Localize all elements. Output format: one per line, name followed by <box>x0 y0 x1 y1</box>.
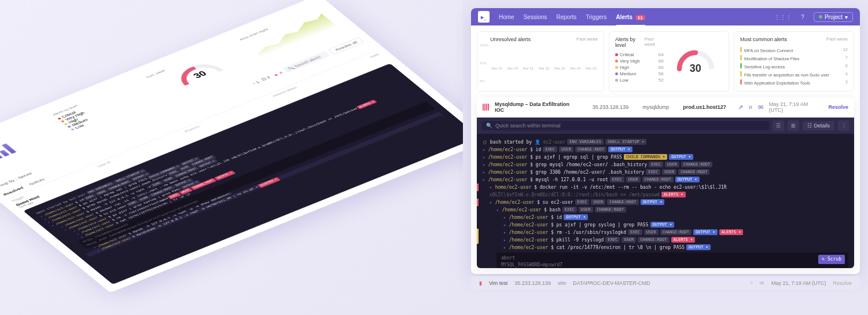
alert-process: mysqldump <box>642 104 669 110</box>
severity-bar-icon: ▮ <box>479 280 482 286</box>
view-list-icon[interactable]: ☰ <box>773 120 784 131</box>
view-tree-icon[interactable]: ⊞ <box>788 120 799 131</box>
share-icon[interactable]: ↗ <box>738 104 743 111</box>
nav-home[interactable]: Home <box>499 14 514 20</box>
nav-sessions[interactable]: Sessions <box>524 14 547 20</box>
mail-icon[interactable]: ✉ <box>760 280 764 286</box>
nav-triggers[interactable]: Triggers <box>586 14 606 20</box>
project-selector[interactable]: Project ▾ <box>814 12 853 22</box>
dashboard-panel: ▸_ Home Sessions Reports Triggers Alerts… <box>463 0 868 315</box>
help-icon[interactable]: ? <box>801 14 804 20</box>
mail-icon[interactable]: ✉ <box>758 104 763 111</box>
top-nav: ▸_ Home Sessions Reports Triggers Alerts… <box>471 8 860 25</box>
alert-time: May 21, 7:19 AM (UTC) <box>769 101 823 113</box>
more-icon[interactable]: ⋮ <box>838 120 849 131</box>
slack-icon[interactable]: ⌗ <box>750 280 753 286</box>
severity-stripes-icon <box>483 104 489 111</box>
alert-host: prod.us1.host127 <box>683 104 726 110</box>
alert-ip: 35.233.128.139 <box>593 104 629 110</box>
search-icon: 🔍 <box>486 123 492 129</box>
terminal-search-input[interactable]: 🔍Quick search within terminal <box>481 121 769 130</box>
notifications-icon[interactable]: ⋮⋮⋮ <box>774 14 792 20</box>
terminal-output[interactable]: ▢ bash started by 👤 ec2-userENV VARIABLE… <box>477 134 854 268</box>
app-logo[interactable]: ▸_ <box>478 11 490 23</box>
nav-alerts[interactable]: Alerts 11 <box>616 14 645 20</box>
most-common-alerts-card: Most common alertsPast week MFA on Sessi… <box>734 31 854 91</box>
resolve-button[interactable]: Resolve <box>833 280 852 286</box>
resolve-button[interactable]: Resolve <box>828 104 848 110</box>
isometric-mockup-panel: Past week Alerts by level CriticalVery H… <box>0 0 463 315</box>
gauge-chart: 30 <box>675 49 716 75</box>
details-button[interactable]: ☷ Details <box>803 121 834 130</box>
nav-reports[interactable]: Reports <box>556 14 576 20</box>
unresolved-alerts-card: Unresolved alertsPast week 100%50%0% Mar… <box>477 31 604 91</box>
alert-title: Mysqldump – Data Exfiltration IOC <box>495 101 579 113</box>
alert-detail-panel: Mysqldump – Data Exfiltration IOC 35.233… <box>477 97 854 268</box>
secondary-alert-row[interactable]: ▮ Vim test 35.233.128.139 vim DATAPROC-D… <box>471 276 860 290</box>
scrub-button[interactable]: ✎ Scrub <box>818 255 845 264</box>
alerts-by-level-card: Alerts by levelPast week Critical64Very … <box>609 31 729 91</box>
slack-icon[interactable]: ⌗ <box>749 104 752 111</box>
